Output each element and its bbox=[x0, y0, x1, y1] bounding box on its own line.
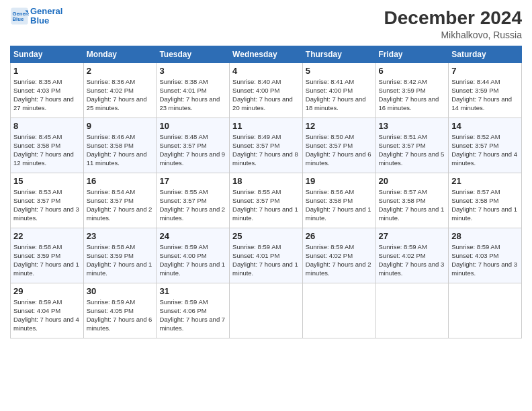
week-row-1: 1Sunrise: 8:35 AMSunset: 4:03 PMDaylight… bbox=[11, 62, 522, 118]
day-cell-16: 16Sunrise: 8:54 AMSunset: 3:57 PMDayligh… bbox=[83, 173, 157, 228]
day-number: 26 bbox=[306, 231, 373, 241]
day-info: Sunrise: 8:50 AMSunset: 3:57 PMDaylight:… bbox=[306, 132, 373, 168]
day-number: 3 bbox=[159, 66, 226, 76]
day-cell-24: 24Sunrise: 8:59 AMSunset: 4:00 PMDayligh… bbox=[157, 228, 230, 283]
day-info: Sunrise: 8:59 AMSunset: 4:06 PMDaylight:… bbox=[159, 298, 226, 333]
day-cell-22: 22Sunrise: 8:58 AMSunset: 3:59 PMDayligh… bbox=[11, 228, 84, 283]
day-number: 20 bbox=[379, 176, 446, 186]
logo-text: GeneralBlue bbox=[30, 7, 62, 26]
day-info: Sunrise: 8:59 AMSunset: 4:02 PMDaylight:… bbox=[379, 242, 446, 278]
day-info: Sunrise: 8:40 AMSunset: 4:00 PMDaylight:… bbox=[232, 77, 300, 113]
header-day-sunday: Sunday bbox=[11, 46, 84, 62]
day-cell-21: 21Sunrise: 8:57 AMSunset: 3:58 PMDayligh… bbox=[449, 173, 522, 228]
day-info: Sunrise: 8:48 AMSunset: 3:57 PMDaylight:… bbox=[159, 132, 226, 168]
day-cell-2: 2Sunrise: 8:36 AMSunset: 4:02 PMDaylight… bbox=[83, 62, 157, 118]
header: General Blue GeneralBlue December 2024 M… bbox=[10, 7, 522, 40]
day-cell-5: 5Sunrise: 8:41 AMSunset: 4:00 PMDaylight… bbox=[302, 62, 375, 118]
calendar-container: General Blue GeneralBlue December 2024 M… bbox=[0, 0, 532, 345]
day-cell-1: 1Sunrise: 8:35 AMSunset: 4:03 PMDaylight… bbox=[11, 62, 84, 118]
week-row-2: 8Sunrise: 8:45 AMSunset: 3:58 PMDaylight… bbox=[11, 118, 522, 173]
header-day-wednesday: Wednesday bbox=[230, 46, 303, 62]
day-cell-27: 27Sunrise: 8:59 AMSunset: 4:02 PMDayligh… bbox=[375, 228, 449, 283]
day-cell-3: 3Sunrise: 8:38 AMSunset: 4:01 PMDaylight… bbox=[157, 62, 230, 118]
day-info: Sunrise: 8:59 AMSunset: 4:00 PMDaylight:… bbox=[159, 242, 226, 278]
empty-cell bbox=[375, 283, 449, 338]
day-info: Sunrise: 8:35 AMSunset: 4:03 PMDaylight:… bbox=[13, 77, 81, 113]
day-number: 6 bbox=[379, 66, 446, 76]
calendar-table: SundayMondayTuesdayWednesdayThursdayFrid… bbox=[10, 46, 522, 338]
day-cell-20: 20Sunrise: 8:57 AMSunset: 3:58 PMDayligh… bbox=[375, 173, 449, 228]
day-info: Sunrise: 8:57 AMSunset: 3:58 PMDaylight:… bbox=[379, 187, 446, 223]
day-info: Sunrise: 8:42 AMSunset: 3:59 PMDaylight:… bbox=[379, 77, 446, 113]
day-info: Sunrise: 8:55 AMSunset: 3:57 PMDaylight:… bbox=[159, 187, 226, 223]
day-info: Sunrise: 8:41 AMSunset: 4:00 PMDaylight:… bbox=[306, 77, 373, 113]
logo-icon: General Blue bbox=[10, 7, 29, 26]
day-info: Sunrise: 8:45 AMSunset: 3:58 PMDaylight:… bbox=[13, 132, 81, 168]
svg-text:Blue: Blue bbox=[13, 16, 24, 22]
day-info: Sunrise: 8:58 AMSunset: 3:59 PMDaylight:… bbox=[87, 242, 154, 278]
month-title: December 2024 bbox=[384, 7, 522, 30]
day-number: 16 bbox=[87, 176, 154, 186]
day-number: 29 bbox=[13, 286, 81, 296]
day-cell-8: 8Sunrise: 8:45 AMSunset: 3:58 PMDaylight… bbox=[11, 118, 84, 173]
header-day-tuesday: Tuesday bbox=[157, 46, 230, 62]
day-info: Sunrise: 8:56 AMSunset: 3:58 PMDaylight:… bbox=[306, 187, 373, 223]
header-row: SundayMondayTuesdayWednesdayThursdayFrid… bbox=[11, 46, 522, 62]
day-number: 4 bbox=[232, 66, 300, 76]
day-number: 14 bbox=[451, 121, 519, 131]
day-number: 23 bbox=[87, 231, 154, 241]
day-number: 27 bbox=[379, 231, 446, 241]
header-day-thursday: Thursday bbox=[302, 46, 375, 62]
week-row-5: 29Sunrise: 8:59 AMSunset: 4:04 PMDayligh… bbox=[11, 283, 522, 338]
day-info: Sunrise: 8:36 AMSunset: 4:02 PMDaylight:… bbox=[87, 77, 154, 113]
logo: General Blue GeneralBlue bbox=[10, 7, 62, 26]
day-info: Sunrise: 8:57 AMSunset: 3:58 PMDaylight:… bbox=[451, 187, 519, 223]
day-info: Sunrise: 8:59 AMSunset: 4:05 PMDaylight:… bbox=[87, 298, 154, 333]
day-cell-7: 7Sunrise: 8:44 AMSunset: 3:59 PMDaylight… bbox=[449, 62, 522, 118]
day-number: 17 bbox=[159, 176, 226, 186]
title-block: December 2024 Mikhalkovo, Russia bbox=[384, 7, 522, 40]
day-cell-28: 28Sunrise: 8:59 AMSunset: 4:03 PMDayligh… bbox=[449, 228, 522, 283]
day-cell-15: 15Sunrise: 8:53 AMSunset: 3:57 PMDayligh… bbox=[11, 173, 84, 228]
day-number: 21 bbox=[451, 176, 519, 186]
location-subtitle: Mikhalkovo, Russia bbox=[384, 30, 522, 40]
header-day-friday: Friday bbox=[375, 46, 449, 62]
day-cell-17: 17Sunrise: 8:55 AMSunset: 3:57 PMDayligh… bbox=[157, 173, 230, 228]
day-cell-4: 4Sunrise: 8:40 AMSunset: 4:00 PMDaylight… bbox=[230, 62, 303, 118]
day-number: 18 bbox=[232, 176, 300, 186]
empty-cell bbox=[449, 283, 522, 338]
day-number: 15 bbox=[13, 176, 81, 186]
week-row-4: 22Sunrise: 8:58 AMSunset: 3:59 PMDayligh… bbox=[11, 228, 522, 283]
day-info: Sunrise: 8:59 AMSunset: 4:03 PMDaylight:… bbox=[451, 242, 519, 278]
day-cell-30: 30Sunrise: 8:59 AMSunset: 4:05 PMDayligh… bbox=[83, 283, 157, 338]
day-cell-11: 11Sunrise: 8:49 AMSunset: 3:57 PMDayligh… bbox=[230, 118, 303, 173]
day-number: 2 bbox=[87, 66, 154, 76]
day-info: Sunrise: 8:58 AMSunset: 3:59 PMDaylight:… bbox=[13, 242, 81, 278]
header-day-monday: Monday bbox=[83, 46, 157, 62]
empty-cell bbox=[302, 283, 375, 338]
header-day-saturday: Saturday bbox=[449, 46, 522, 62]
day-info: Sunrise: 8:38 AMSunset: 4:01 PMDaylight:… bbox=[159, 77, 226, 113]
day-cell-14: 14Sunrise: 8:52 AMSunset: 3:57 PMDayligh… bbox=[449, 118, 522, 173]
day-info: Sunrise: 8:59 AMSunset: 4:04 PMDaylight:… bbox=[13, 298, 81, 333]
week-row-3: 15Sunrise: 8:53 AMSunset: 3:57 PMDayligh… bbox=[11, 173, 522, 228]
day-info: Sunrise: 8:55 AMSunset: 3:57 PMDaylight:… bbox=[232, 187, 300, 223]
day-info: Sunrise: 8:44 AMSunset: 3:59 PMDaylight:… bbox=[451, 77, 519, 113]
day-cell-29: 29Sunrise: 8:59 AMSunset: 4:04 PMDayligh… bbox=[11, 283, 84, 338]
day-info: Sunrise: 8:59 AMSunset: 4:01 PMDaylight:… bbox=[232, 242, 300, 278]
day-number: 5 bbox=[306, 66, 373, 76]
day-info: Sunrise: 8:51 AMSunset: 3:57 PMDaylight:… bbox=[379, 132, 446, 168]
day-number: 30 bbox=[87, 286, 154, 296]
day-number: 13 bbox=[379, 121, 446, 131]
day-info: Sunrise: 8:49 AMSunset: 3:57 PMDaylight:… bbox=[232, 132, 300, 168]
day-cell-13: 13Sunrise: 8:51 AMSunset: 3:57 PMDayligh… bbox=[375, 118, 449, 173]
day-number: 7 bbox=[451, 66, 519, 76]
day-number: 11 bbox=[232, 121, 300, 131]
day-info: Sunrise: 8:46 AMSunset: 3:58 PMDaylight:… bbox=[87, 132, 154, 168]
day-cell-23: 23Sunrise: 8:58 AMSunset: 3:59 PMDayligh… bbox=[83, 228, 157, 283]
day-cell-31: 31Sunrise: 8:59 AMSunset: 4:06 PMDayligh… bbox=[157, 283, 230, 338]
day-number: 28 bbox=[451, 231, 519, 241]
day-cell-18: 18Sunrise: 8:55 AMSunset: 3:57 PMDayligh… bbox=[230, 173, 303, 228]
day-number: 12 bbox=[306, 121, 373, 131]
day-number: 31 bbox=[159, 286, 226, 296]
